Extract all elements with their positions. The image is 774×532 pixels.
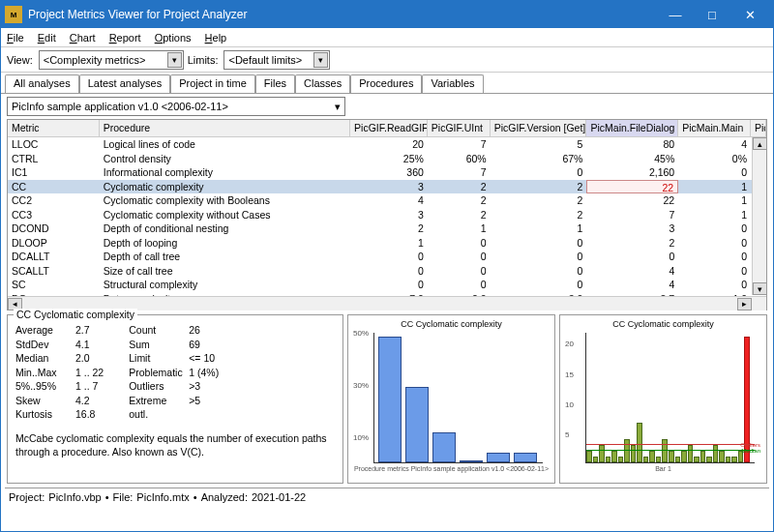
column-header[interactable]: PicGIF.Version [Get] [491, 120, 587, 136]
status-analyzed-label: Analyzed: [201, 491, 248, 503]
metric-name: Data complexity [100, 292, 350, 297]
tab-all-analyses[interactable]: All analyses [5, 74, 79, 93]
column-header[interactable]: Pic [751, 120, 766, 136]
table-row[interactable]: DCData complexity7.02.03.02.71.0 [8, 292, 766, 297]
metric-value: 7 [586, 208, 678, 222]
chart-bar [432, 432, 456, 462]
metric-value: 2 [428, 208, 491, 222]
limits-combo[interactable]: <Default limits> ▾ [223, 50, 330, 70]
menu-help[interactable]: Help [205, 32, 227, 44]
metric-value: 2,160 [586, 165, 678, 180]
stat-row: Limit<= 10 [129, 351, 219, 366]
view-combo[interactable]: <Complexity metrics> ▾ [39, 50, 184, 70]
minimize-button[interactable]: — [657, 3, 694, 26]
stat-value: 1 .. 7 [75, 379, 98, 394]
scroll-down-icon[interactable]: ▾ [753, 282, 767, 295]
tab-latest-analyses[interactable]: Latest analyses [79, 74, 170, 93]
table-row[interactable]: SCALLTSize of call tree00040 [8, 264, 766, 279]
metric-value: 0 [350, 250, 428, 264]
stat-label: 5%..95% [15, 379, 66, 394]
metric-value: 2 [491, 193, 587, 208]
menu-report[interactable]: Report [109, 32, 141, 44]
stat-row: 5%..95%1 .. 7 [15, 379, 104, 394]
metric-value: 3 [350, 208, 428, 222]
scroll-right-icon[interactable]: ▸ [737, 298, 752, 310]
metric-value: 2 [586, 236, 678, 251]
stat-row: Problematic1 (4%) [129, 366, 219, 380]
metric-code: DCALLT [8, 250, 100, 264]
metric-code: CTRL [8, 152, 100, 166]
table-row[interactable]: CC2Cyclomatic complexity with Booleans42… [8, 193, 766, 208]
table-row[interactable]: IC1Informational complexity360702,1600 [8, 165, 766, 180]
metric-value: 4 [350, 193, 428, 208]
metric-name: Depth of call tree [100, 250, 350, 264]
metric-value: 4 [586, 278, 678, 292]
stat-label: Min..Max [15, 366, 66, 380]
metric-value: 20 [350, 137, 428, 152]
column-header[interactable]: PicMain.Main [678, 120, 751, 136]
metric-value: 0 [586, 250, 678, 264]
metric-value: 1.0 [678, 292, 751, 297]
menu-edit[interactable]: Edit [38, 32, 56, 44]
tab-classes[interactable]: Classes [295, 74, 350, 93]
chart-bar [611, 451, 617, 462]
metric-value: 3 [586, 222, 678, 236]
metric-code: DC [8, 292, 100, 297]
chart-bar [700, 451, 706, 462]
stat-value: 2.0 [75, 351, 90, 366]
view-value: <Complexity metrics> [44, 54, 146, 66]
table-row[interactable]: DLOOPDepth of looping10020 [8, 236, 766, 251]
tab-procedures[interactable]: Procedures [350, 74, 422, 93]
tab-variables[interactable]: Variables [422, 74, 483, 93]
chart-title: CC Cyclomatic complexity [350, 319, 552, 329]
tab-project-in-time[interactable]: Project in time [170, 74, 255, 93]
column-header[interactable]: Procedure [100, 120, 350, 136]
metric-value: 0 [491, 250, 587, 264]
column-header[interactable]: PicGIF.UInt [428, 120, 491, 136]
metrics-grid[interactable]: MetricProcedurePicGIF.ReadGIFPicGIF.UInt… [7, 119, 767, 310]
tab-files[interactable]: Files [255, 74, 295, 93]
column-header[interactable]: PicMain.FileDialog ▴ [586, 120, 678, 136]
chart-bar [713, 445, 719, 462]
menu-options[interactable]: Options [155, 32, 192, 44]
close-button[interactable]: ✕ [730, 3, 769, 26]
metric-value: 360 [350, 165, 428, 180]
stats-panel: CC Cyclomatic complexity Average2.7StdDe… [7, 314, 343, 484]
metric-value: 0 [350, 264, 428, 279]
stat-value: <= 10 [189, 351, 215, 366]
scroll-up-icon[interactable]: ▴ [753, 137, 767, 150]
menu-file[interactable]: File [7, 32, 24, 44]
metric-value: 0 [678, 165, 751, 180]
vertical-scrollbar[interactable]: ▴ ▾ [752, 137, 766, 295]
stat-label: Average [15, 323, 66, 338]
table-row[interactable]: CTRLControl density25%60%67%45%0% [8, 152, 766, 166]
table-row[interactable]: CCCyclomatic complexity322221 [8, 180, 766, 194]
metric-value: 1 [428, 222, 491, 236]
status-bar: Project: PicInfo.vbp • File: PicInfo.mtx… [5, 488, 769, 506]
chart-bar [637, 423, 642, 462]
status-project: PicInfo.vbp [48, 491, 101, 503]
metric-value: 1 [678, 193, 751, 208]
maximize-button[interactable]: □ [694, 3, 730, 26]
table-row[interactable]: DCONDDepth of conditional nesting21130 [8, 222, 766, 236]
chart-bar [719, 451, 725, 462]
metric-name: Informational complexity [100, 165, 350, 180]
table-row[interactable]: LLOCLogical lines of code2075804 [8, 137, 766, 152]
table-row[interactable]: CC3Cyclomatic complexity without Cases32… [8, 208, 766, 222]
metric-value: 0 [350, 278, 428, 292]
path-combo[interactable]: PicInfo sample application v1.0 <2006-02… [7, 97, 345, 116]
chart-bar [688, 445, 694, 462]
metric-value: 1 [678, 180, 751, 194]
menu-chart[interactable]: Chart [70, 32, 96, 44]
chart-bar [460, 460, 483, 462]
chart-bar [618, 457, 624, 462]
table-row[interactable]: SCStructural complexity00040 [8, 278, 766, 292]
column-header[interactable]: PicGIF.ReadGIF [350, 120, 428, 136]
metric-value: 0 [428, 278, 491, 292]
stat-label: Skew [15, 394, 66, 408]
metric-value: 0 [678, 264, 751, 279]
column-header[interactable]: Metric [8, 120, 100, 136]
metric-name: Size of call tree [100, 264, 350, 279]
table-row[interactable]: DCALLTDepth of call tree00000 [8, 250, 766, 264]
metric-code: CC3 [8, 208, 100, 222]
